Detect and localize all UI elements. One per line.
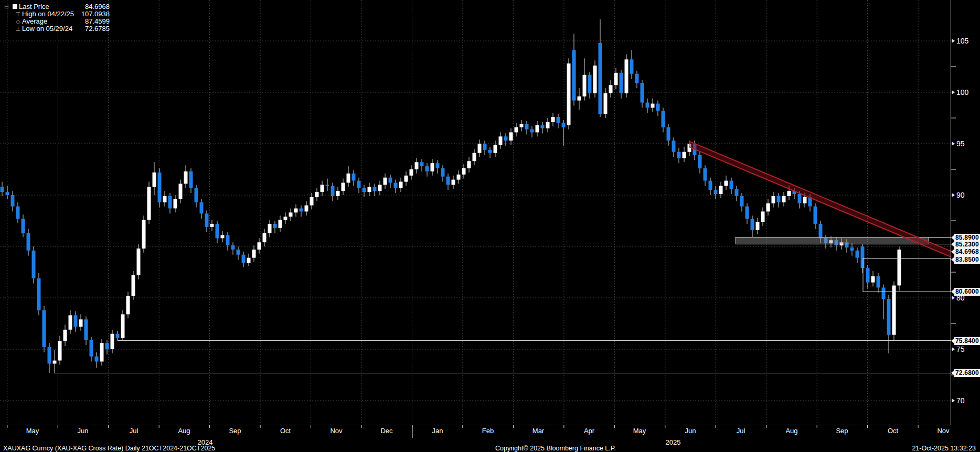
month-label: Oct bbox=[275, 427, 296, 435]
price-axis-label: 95 bbox=[952, 139, 965, 148]
month-label: Sep bbox=[832, 427, 853, 435]
month-label: Mar bbox=[528, 427, 549, 435]
price-callout: 80.6000 bbox=[951, 288, 980, 295]
month-label: May bbox=[22, 427, 43, 435]
price-callout: 72.6800 bbox=[951, 369, 980, 376]
legend-label: High on 04/22/25 bbox=[22, 10, 74, 18]
chart-title: XAUXAG Curncy (XAU-XAG Cross Rate) Daily… bbox=[3, 445, 215, 452]
high-marker-icon: ⊤ bbox=[14, 10, 22, 18]
month-label: Feb bbox=[477, 427, 498, 435]
footer-bar: XAUXAG Curncy (XAU-XAG Cross Rate) Daily… bbox=[0, 445, 980, 452]
axis-arrow-icon bbox=[952, 193, 955, 197]
legend-value: 84.6968 bbox=[74, 3, 110, 10]
month-label: Nov bbox=[326, 427, 347, 435]
legend-label: Average bbox=[22, 18, 47, 25]
axis-arrow-icon bbox=[952, 296, 955, 300]
legend-value: 107.0938 bbox=[74, 10, 110, 18]
month-label: Aug bbox=[781, 427, 802, 435]
month-label: Jan bbox=[427, 427, 448, 435]
legend-row-low[interactable]: ⊥ Low on 05/29/24 72.6785 bbox=[7, 25, 110, 33]
legend-row-last-price[interactable]: ⊟ Last Price 84.6968 bbox=[4, 3, 110, 10]
axis-arrow-icon bbox=[952, 142, 955, 146]
legend-label: Last Price bbox=[19, 3, 49, 10]
candlestick-chart[interactable] bbox=[0, 0, 980, 438]
legend-value: 72.6785 bbox=[74, 25, 110, 33]
price-callout: 75.8400 bbox=[951, 337, 980, 345]
legend-value: 87.4599 bbox=[74, 18, 110, 25]
month-label: Dec bbox=[376, 427, 397, 435]
price-axis-label: 70 bbox=[952, 396, 965, 405]
month-label: Apr bbox=[579, 427, 600, 435]
price-callout: 84.6968 bbox=[951, 248, 980, 255]
axis-arrow-icon bbox=[952, 90, 955, 94]
legend-expander-icon[interactable]: ⊟ bbox=[4, 3, 11, 10]
price-axis-label: 105 bbox=[952, 37, 968, 45]
axis-arrow-icon bbox=[952, 347, 955, 351]
price-axis-label: 75 bbox=[952, 345, 965, 353]
month-label: Jun bbox=[72, 427, 93, 435]
price-callout: 83.8500 bbox=[951, 256, 980, 263]
legend-row-high[interactable]: ⊤ High on 04/22/25 107.0938 bbox=[7, 10, 110, 18]
low-marker-icon: ⊥ bbox=[14, 25, 22, 33]
last-price-square-icon bbox=[11, 3, 19, 10]
month-label: Jun bbox=[680, 427, 701, 435]
month-label: May bbox=[629, 427, 650, 435]
month-label: Aug bbox=[174, 427, 195, 435]
axis-arrow-icon bbox=[952, 399, 955, 403]
axis-arrow-icon bbox=[952, 39, 955, 43]
month-label: Sep bbox=[225, 427, 246, 435]
legend-row-average[interactable]: ◇ Average 87.4599 bbox=[7, 18, 110, 25]
month-label: Jul bbox=[123, 427, 144, 435]
average-marker-icon: ◇ bbox=[14, 18, 22, 25]
legend-label: Low on 05/29/24 bbox=[22, 25, 72, 33]
copyright-text: Copyright© 2025 Bloomberg Finance L.P. bbox=[495, 445, 616, 452]
price-axis-label: 90 bbox=[952, 191, 965, 199]
month-label: Jul bbox=[730, 427, 751, 435]
month-label: Oct bbox=[882, 427, 903, 435]
month-label: Nov bbox=[933, 427, 954, 435]
bloomberg-chart-screen: 105100959080757085.890085.230084.696883.… bbox=[0, 0, 980, 452]
legend-panel: ⊟ Last Price 84.6968 ⊤ High on 04/22/25 … bbox=[4, 3, 110, 33]
timestamp-text: 21-Oct-2025 13:32:23 bbox=[912, 445, 976, 452]
price-callout: 85.2300 bbox=[951, 241, 980, 248]
price-axis-label: 100 bbox=[952, 88, 968, 96]
